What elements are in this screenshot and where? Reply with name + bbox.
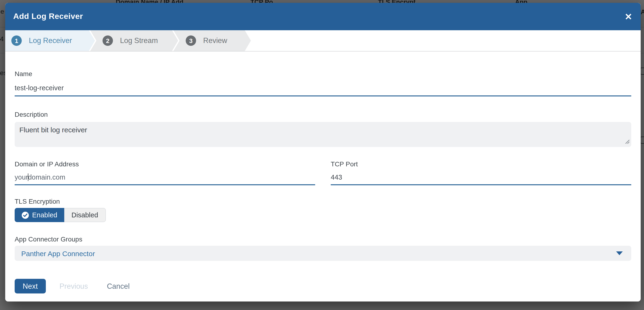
previous-button[interactable]: Previous [60,282,88,290]
tls-field-group: TLS Encryption Enabled Disabled [15,198,631,222]
check-circle-icon [22,212,29,218]
domain-input[interactable]: yourdomain.com [15,172,315,185]
add-log-receiver-dialog: Add Log Receiver ✕ 1 Log Receiver 2 Log … [5,3,641,302]
dialog-header: Add Log Receiver ✕ [5,3,641,30]
name-input[interactable]: test-log-receiver [15,83,631,96]
connector-groups-dropdown[interactable]: Panther App Connector [15,246,631,261]
domain-label: Domain or IP Address [15,160,315,168]
connector-groups-field-group: App Connector Groups Panther App Connect… [15,235,631,261]
dialog-title: Add Log Receiver [13,12,83,21]
cancel-button[interactable]: Cancel [107,282,130,290]
tls-disabled-option[interactable]: Disabled [64,208,106,222]
chevron-down-icon [616,252,623,255]
dialog-actions: Next Previous Cancel [15,279,631,294]
connector-groups-value: Panther App Connector [21,249,95,257]
close-icon[interactable]: ✕ [624,10,633,23]
step-number-badge: 2 [102,36,113,46]
description-field-group: Description Fluent bit log receiver [15,110,631,147]
next-button[interactable]: Next [15,279,46,294]
tls-enabled-option[interactable]: Enabled [15,208,64,222]
step-label: Review [203,36,227,45]
tls-label: TLS Encryption [15,198,631,205]
tls-enabled-label: Enabled [32,211,57,219]
tcp-port-label: TCP Port [331,160,631,168]
step-label: Log Stream [120,36,158,45]
step-number-badge: 1 [11,36,22,46]
screen: Domain Name / IP Add TCP Po TLS Encrypt … [0,0,644,310]
tls-toggle-group: Enabled Disabled [15,208,106,222]
step-review[interactable]: 3 Review [174,30,251,51]
step-label: Log Receiver [29,36,72,45]
step-log-receiver[interactable]: 1 Log Receiver [5,30,95,51]
tcp-port-input[interactable]: 443 [331,172,631,185]
resize-handle-icon[interactable] [625,138,630,146]
name-label: Name [15,70,631,78]
name-field-group: Name test-log-receiver [15,70,631,96]
step-number-badge: 3 [186,36,196,46]
domain-field-group: Domain or IP Address yourdomain.com [15,160,315,185]
wizard-stepper: 1 Log Receiver 2 Log Stream 3 Review [5,30,641,52]
description-textarea[interactable]: Fluent bit log receiver [15,122,631,147]
description-label: Description [15,110,631,118]
dialog-body: Name test-log-receiver Description Fluen… [5,52,641,294]
domain-value-after-caret: domain.com [28,174,65,181]
step-log-stream[interactable]: 2 Log Stream [90,30,178,51]
connector-groups-label: App Connector Groups [15,235,631,243]
description-value: Fluent bit log receiver [19,126,87,134]
domain-value-before-caret: your [15,174,28,181]
tls-disabled-label: Disabled [71,211,98,219]
tcp-port-field-group: TCP Port 443 [331,160,631,185]
